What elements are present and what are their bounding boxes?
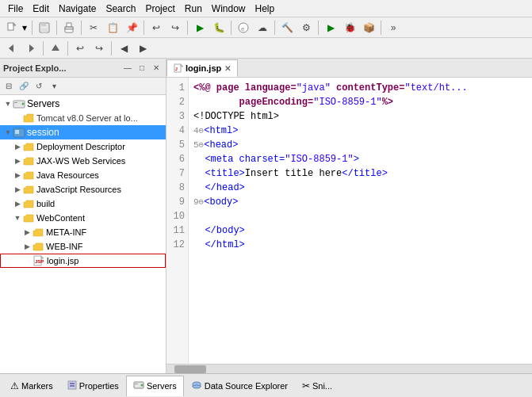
bottom-tab-properties-label: Properties — [79, 381, 119, 391]
bottom-tab-servers[interactable]: Servers — [126, 376, 184, 396]
tb2-back[interactable] — [3, 40, 21, 57]
sep5 — [187, 21, 188, 35]
panel-maximize-btn[interactable]: □ — [136, 62, 148, 74]
tree-item-webinf[interactable]: ▶ WEB-INF — [0, 239, 166, 254]
tb-paste[interactable]: 📌 — [123, 19, 140, 36]
tree-item-webcontent[interactable]: ▼ WebContent — [0, 211, 166, 225]
svg-marker-10 — [9, 44, 13, 52]
svg-text:J: J — [175, 67, 178, 71]
tb-server-run[interactable]: ▶ — [322, 19, 339, 36]
svg-marker-1 — [13, 23, 16, 25]
snippets-icon: ✂ — [302, 380, 310, 391]
svg-rect-6 — [67, 23, 71, 27]
bottom-tab-properties[interactable]: Properties — [60, 376, 126, 396]
tree-label-session: session — [27, 127, 59, 138]
tree-arrow-java: ▶ — [13, 171, 22, 179]
tree-label-webinf: WEB-INF — [46, 242, 82, 251]
tb-save[interactable] — [36, 19, 53, 36]
tb-run[interactable]: ▶ — [191, 19, 209, 36]
tree-label-metainf: META-INF — [46, 227, 86, 237]
tb-redo[interactable]: ↪ — [166, 19, 184, 36]
tree-item-metainf[interactable]: ▶ META-INF — [0, 225, 166, 239]
tb-build[interactable]: 🔨 — [278, 19, 296, 36]
tree-item-loginjsp[interactable]: JSP login.jsp — [0, 254, 166, 268]
tb2-right[interactable]: ▶ — [134, 40, 151, 57]
tree-arrow-session: ▼ — [3, 128, 13, 136]
sep8 — [318, 21, 319, 35]
main-area: Project Explo... — □ ✕ ⊟ 🔗 ↺ ▾ ▼ Servers — [0, 59, 532, 373]
panel-link[interactable]: 🔗 — [17, 79, 31, 94]
tree-item-java[interactable]: ▶ Java Resources — [0, 168, 166, 182]
tb-undo[interactable]: ↩ — [147, 19, 165, 36]
code-editor[interactable]: 1 2 3 4 5 6 7 8 9 10 11 12 <%@ page lang… — [166, 78, 532, 364]
panel-header-icons: — □ ✕ — [121, 62, 163, 74]
tb-new[interactable] — [3, 19, 21, 36]
tb-print[interactable] — [60, 19, 78, 36]
panel-minimize-btn[interactable]: — — [121, 62, 134, 74]
tree-item-servers[interactable]: ▼ Servers — [0, 97, 166, 111]
svg-rect-28 — [135, 384, 138, 384]
bottom-tab-markers-label: Markers — [21, 381, 53, 391]
editor-tab-close[interactable]: ✕ — [224, 64, 231, 73]
panel-sync[interactable]: ↺ — [32, 79, 46, 94]
tb-deploy[interactable]: 📦 — [360, 19, 377, 36]
editor-scrollbar[interactable] — [166, 364, 532, 373]
tree-icon-jaxws — [22, 155, 35, 166]
tb2-forward[interactable] — [22, 40, 40, 57]
tb2-redo2[interactable]: ↪ — [90, 40, 108, 57]
tb2-undo2[interactable]: ↩ — [71, 40, 89, 57]
toolbar-secondary: ↩ ↪ ◀ ▶ — [0, 38, 532, 59]
tb2-left[interactable]: ◀ — [115, 40, 132, 57]
svg-rect-7 — [65, 27, 73, 29]
panel-menu[interactable]: ▾ — [47, 79, 61, 94]
tree-icon-webcontent — [22, 212, 35, 223]
panel-collapse-all[interactable]: ⊟ — [2, 79, 16, 94]
tree-item-session[interactable]: ▼ session — [0, 125, 166, 139]
editor-tab-loginjsp[interactable]: J login.jsp ✕ — [166, 59, 238, 77]
svg-marker-22 — [181, 64, 183, 67]
panel-close-btn[interactable]: ✕ — [150, 62, 163, 74]
tree-item-javascript[interactable]: ▶ JavaScript Resources — [0, 182, 166, 197]
tb-external[interactable]: e — [235, 19, 252, 36]
tree-icon-deployment — [22, 141, 35, 152]
menu-run[interactable]: Run — [180, 2, 207, 16]
menu-window[interactable]: Window — [207, 2, 251, 16]
tb2-up[interactable] — [47, 40, 64, 57]
tree-item-jaxws[interactable]: ▶ JAX-WS Web Services — [0, 154, 166, 168]
tb-server-debug[interactable]: 🐞 — [341, 19, 358, 36]
tb-more[interactable]: » — [385, 19, 402, 36]
svg-text:JSP: JSP — [35, 259, 44, 264]
code-area[interactable]: <%@ page language="java" contentType="te… — [189, 78, 532, 364]
svg-text:e: e — [241, 25, 245, 32]
tree-icon-metainf — [32, 227, 44, 238]
tb-debug[interactable]: 🐛 — [210, 19, 228, 36]
bottom-tab-snippets[interactable]: ✂ Sni... — [295, 376, 339, 396]
bottom-tab-datasource[interactable]: Data Source Explorer — [184, 376, 295, 396]
tree-label-webcontent: WebContent — [36, 213, 85, 223]
bottom-tab-markers[interactable]: ⚠ Markers — [3, 376, 60, 396]
tb-cloud[interactable]: ☁ — [254, 19, 271, 36]
tree-icon-servers — [13, 98, 25, 109]
tree-item-tomcat[interactable]: Tomcat v8.0 Server at lo... — [0, 111, 166, 125]
tree-item-deployment[interactable]: ▶ Deployment Descriptor — [0, 139, 166, 154]
menu-search[interactable]: Search — [101, 2, 140, 16]
tree-label-tomcat: Tomcat v8.0 Server at lo... — [36, 113, 138, 123]
menu-project[interactable]: Project — [140, 2, 179, 16]
menu-navigate[interactable]: Navigate — [54, 2, 101, 16]
menu-help[interactable]: Help — [251, 2, 280, 16]
tree-icon-javascript — [22, 184, 35, 195]
svg-rect-24 — [68, 381, 76, 389]
tree-arrow-build: ▶ — [13, 200, 22, 208]
scrollbar-thumb[interactable] — [174, 365, 206, 373]
menu-file[interactable]: File — [3, 2, 28, 16]
sep6 — [231, 21, 232, 35]
tree-icon-loginjsp: JSP — [33, 255, 45, 266]
tb-copy[interactable]: 📋 — [104, 19, 121, 36]
tree-item-build[interactable]: ▶ build — [0, 197, 166, 211]
menu-edit[interactable]: Edit — [28, 2, 54, 16]
line-numbers: 1 2 3 4 5 6 7 8 9 10 11 12 — [166, 78, 189, 364]
tb-cut[interactable]: ✂ — [85, 19, 102, 36]
tb-settings[interactable]: ⚙ — [297, 19, 315, 36]
tree-label-javascript: JavaScript Resources — [36, 185, 121, 194]
tb-new-dropdown[interactable]: ▾ — [22, 22, 29, 33]
